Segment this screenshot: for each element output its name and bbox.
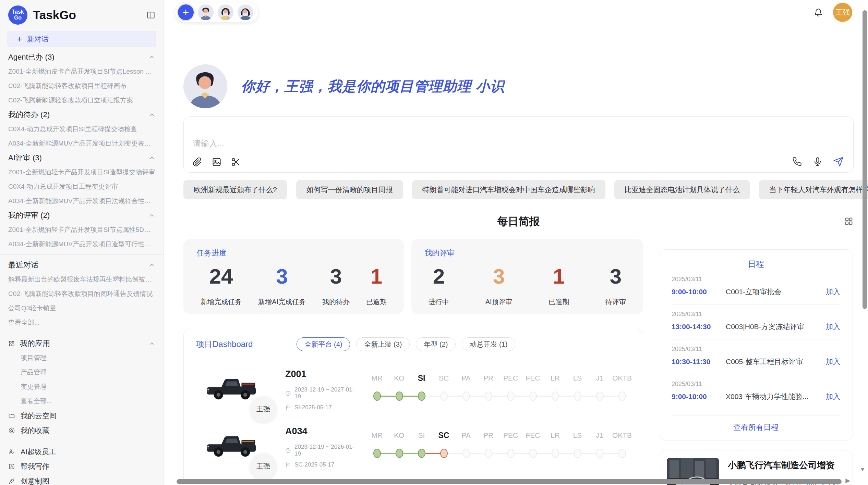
event-date: 2025/03/11 (672, 276, 840, 283)
sidebar-collapse-icon[interactable] (146, 11, 155, 20)
event-title: C001-立项审批会 (726, 287, 826, 297)
agent-avatar-3[interactable] (238, 4, 253, 20)
send-icon[interactable] (833, 157, 844, 167)
sidebar-item-help-me-write[interactable]: 帮我写作 (8, 459, 155, 474)
scissors-icon[interactable] (231, 157, 241, 167)
milestone-label: KO (388, 372, 410, 384)
list-item[interactable]: C02-飞腾新能源轻客改款项目立项汇报方案 (8, 93, 155, 108)
sidebar-item-change-mgmt[interactable]: 变更管理 (8, 380, 155, 394)
list-item[interactable]: A034-全新新能源MUV产品开发项目法规符合性评审 (8, 194, 155, 208)
project-flag-text: SC-2025-05-17 (294, 461, 334, 468)
suggestion-chip[interactable]: 欧洲新规最近颁布了什么? (183, 180, 287, 199)
attachment-icon[interactable] (193, 157, 202, 167)
suggestion-chip[interactable]: 特朗普可能对进口汽车增税会对中国车企造成哪些影响 (412, 180, 605, 199)
milestone-node (574, 449, 581, 458)
milestone-node (552, 449, 559, 458)
horizontal-scrollbar-thumb[interactable] (177, 479, 842, 484)
milestone-node (618, 449, 626, 458)
join-link[interactable]: 加入 (826, 322, 840, 332)
list-item[interactable]: C02-飞腾新能源轻客改款项目里程碑画布 (8, 79, 155, 93)
list-item[interactable]: Z001-全新燃油轻卡产品开发项目SI节点属性5D文件评审 (8, 223, 155, 237)
stat-label: 待评审 (605, 297, 626, 307)
agent-avatar-2[interactable] (218, 4, 233, 20)
main-area: 王强 你好，王强，我是你的项目管理助理 小识 请输入... (164, 0, 868, 485)
project-flag-text: SI-2025-05-17 (294, 404, 332, 411)
list-item[interactable]: A034-全新新能源MUV产品开发项目造型可行性评审 (8, 237, 155, 251)
section-ai-review[interactable]: AI评审 (3) (8, 151, 155, 165)
join-link[interactable]: 加入 (826, 357, 840, 366)
dashboard-tabs: 全新平台 (4) 全新上装 (3) 年型 (2) 动总开发 (1) (297, 337, 515, 351)
join-link[interactable]: 加入 (826, 287, 840, 297)
sidebar-item-product-mgmt[interactable]: 产品管理 (8, 365, 155, 380)
scroll-right-arrow[interactable]: ▶ (845, 477, 850, 484)
section-recent-chats[interactable]: 最近对话 (8, 258, 155, 272)
tab-powertrain[interactable]: 动总开发 (1) (462, 337, 515, 351)
view-all-schedule-link[interactable]: 查看所有日程 (672, 415, 840, 433)
tab-year-model[interactable]: 年型 (2) (416, 337, 456, 351)
stat-list: 2 进行中 3 AI预评审 1 已逾期 (424, 266, 630, 307)
section-my-review[interactable]: 我的评审 (2) (8, 208, 155, 223)
sidebar-item-label: 我的云空间 (21, 411, 57, 421)
new-chat-button[interactable]: 新对话 (8, 31, 156, 47)
feather-pen-icon (8, 478, 15, 485)
project-flag: SI-2025-05-17 (285, 404, 356, 411)
greeting-row: 你好，王强，我是你的项目管理助理 小识 (183, 64, 854, 108)
user-avatar[interactable]: 王强 (833, 3, 852, 22)
schedule-event: 2025/03/11 13:00-14:30 C003|H0B-方案冻结评审 加… (672, 304, 840, 339)
milestone-label: PR (477, 372, 499, 384)
sidebar-item-ai-super-staff[interactable]: AI超级员工 (8, 444, 155, 459)
list-item[interactable]: C02-飞腾新能源轻客改款项目的闭环通告反馈情况 (8, 287, 155, 301)
list-item[interactable]: A034-全新新能源MUV产品开发项目计划变更表编写 (8, 136, 155, 151)
project-row-z001[interactable]: 王强 Z001 2023-12-19 ~ 2027-01-19 (193, 369, 633, 411)
list-item[interactable]: 解释最新出台的欧盟报废车法规再生塑料比例被调至15%... (8, 272, 155, 287)
event-title: C003|H0B-方案冻结评审 (726, 322, 826, 332)
suggestion-chips: 欧洲新规最近颁布了什么? 如何写一份清晰的项目周报 特朗普可能对进口汽车增税会对… (183, 180, 854, 199)
recent-view-all[interactable]: 查看全部... (8, 315, 155, 330)
project-dates: 2023-12-19 ~ 2027-01-19 (285, 386, 356, 400)
milestone-track: MR KO SI SC PA PR PEC FEC LR LS J1 (366, 372, 633, 408)
list-item[interactable]: 公司Q3轻卡销量 (8, 301, 155, 315)
sidebar-item-creative-drawing[interactable]: 创意制图 (8, 474, 155, 485)
project-image: 王强 (204, 428, 258, 467)
tab-new-body[interactable]: 全新上装 (3) (356, 337, 410, 351)
new-chat-label: 新对话 (27, 34, 49, 44)
layout-grid-icon[interactable] (844, 216, 854, 226)
sidebar-header: Task Go TaskGo (0, 0, 164, 30)
image-upload-icon[interactable] (212, 157, 221, 167)
suggestion-chip[interactable]: 比亚迪全固态电池计划具体说了什么 (614, 180, 750, 199)
milestone-node (507, 449, 515, 458)
card-title: 任务进度 (196, 248, 391, 258)
project-row-a034[interactable]: 王强 A034 2023-12-19 ~ 2026-01-19 (193, 426, 633, 468)
composer-left-icons (193, 157, 241, 167)
add-agent-button[interactable] (178, 4, 194, 20)
sidebar-item-project-mgmt[interactable]: 项目管理 (8, 351, 155, 365)
list-item[interactable]: Z001-全新燃油轻卡产品开发项目SI造型提交物评审 (8, 165, 155, 179)
list-item[interactable]: Z001-全新燃油皮卡产品开发项目SI节点Lesson Learn报告 (8, 64, 155, 79)
milestone-label: SI (410, 430, 433, 441)
divider (0, 333, 164, 333)
sidebar-item-cloud-space[interactable]: 我的云空间 (8, 408, 155, 423)
content-row: 任务进度 24 新增完成任务 3 新增AI完成任务 3 (183, 239, 854, 485)
vertical-scrollbar-thumb[interactable] (863, 10, 867, 309)
suggestion-chip[interactable]: 当下年轻人对汽车外观有怎样的喜好趋势 (759, 180, 868, 199)
scroll-down-arrow[interactable]: ▼ (860, 467, 865, 473)
phone-call-icon[interactable] (792, 157, 802, 166)
sidebar-item-favorites[interactable]: 我的收藏 (8, 423, 155, 438)
section-my-apps[interactable]: 我的应用 (8, 336, 155, 351)
stat-my-todo: 3 我的待办 (322, 266, 350, 307)
list-item[interactable]: C0X4-动力总成开发项目工程变更评审 (8, 179, 155, 194)
section-my-todo[interactable]: 我的待办 (2) (8, 108, 155, 122)
microphone-icon[interactable] (813, 157, 822, 166)
section-label: 我的评审 (2) (8, 210, 148, 221)
join-link[interactable]: 加入 (826, 392, 840, 401)
suggestion-chip[interactable]: 如何写一份清晰的项目周报 (296, 180, 403, 199)
agent-avatar-1[interactable] (198, 4, 214, 20)
notification-bell-icon[interactable] (814, 8, 823, 17)
apps-view-all[interactable]: 查看全部... (8, 394, 155, 408)
list-item[interactable]: C0X4-动力总成开发项目SI里程碑提交物检查 (8, 122, 155, 136)
section-agent-done[interactable]: Agent已办 (3) (8, 50, 155, 64)
app-root: Task Go TaskGo 新对话 Agent已办 (3) Z001-全新燃油… (0, 0, 868, 485)
milestone-label: PEC (499, 430, 522, 441)
tab-new-platform[interactable]: 全新平台 (4) (297, 337, 350, 351)
chat-composer[interactable]: 请输入... (183, 116, 854, 173)
